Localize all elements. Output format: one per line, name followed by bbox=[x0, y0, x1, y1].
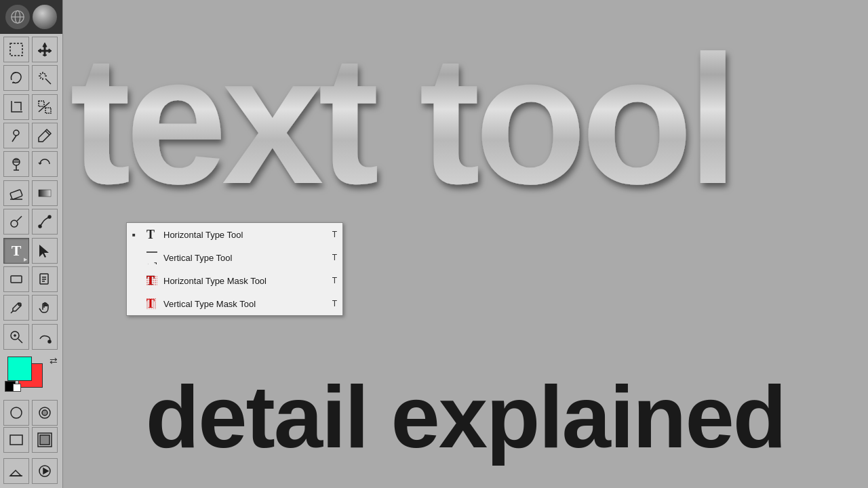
tools-grid: T ▶ bbox=[1, 34, 62, 354]
menu-label-horizontal-mask: Horizontal Type Mask Tool bbox=[163, 276, 327, 286]
canvas-main-title-text: text tool bbox=[70, 18, 733, 210]
svg-rect-27 bbox=[39, 190, 51, 197]
menu-shortcut-vertical-mask: T bbox=[332, 299, 337, 308]
toolbar: T ▶ bbox=[0, 0, 63, 488]
vertical-type-icon: T bbox=[144, 250, 159, 265]
tool-dodge[interactable] bbox=[3, 209, 29, 235]
svg-point-47 bbox=[42, 410, 47, 415]
tool-marquee-rect[interactable] bbox=[3, 37, 29, 62]
svg-point-31 bbox=[39, 225, 41, 228]
globe-icon[interactable] bbox=[5, 5, 30, 29]
tool-pen[interactable] bbox=[32, 209, 58, 235]
tool-clone-stamp[interactable] bbox=[3, 151, 29, 177]
svg-rect-15 bbox=[39, 101, 44, 106]
menu-item-vertical-mask[interactable]: T Vertical Type Mask Tool T bbox=[127, 292, 342, 315]
extra-bottom-tools bbox=[1, 455, 62, 488]
tool-edit-in-standard[interactable] bbox=[3, 458, 29, 484]
svg-point-45 bbox=[11, 407, 22, 418]
context-menu: ■ T Horizontal Type Tool T T Vertical Ty… bbox=[126, 222, 343, 316]
canvas-area: text tool detail explained ■ T Horizonta… bbox=[63, 0, 868, 488]
svg-rect-3 bbox=[10, 43, 22, 56]
svg-line-6 bbox=[45, 79, 51, 84]
tool-path-select[interactable] bbox=[32, 238, 58, 264]
tool-history-brush[interactable] bbox=[32, 151, 58, 177]
svg-line-41 bbox=[18, 339, 22, 343]
svg-line-13 bbox=[40, 77, 41, 79]
menu-shortcut-horizontal-type: T bbox=[332, 230, 337, 239]
menu-check-horizontal: ■ bbox=[132, 232, 144, 238]
tool-type[interactable]: T ▶ bbox=[3, 238, 29, 264]
tool-quick-mask[interactable] bbox=[32, 400, 58, 426]
svg-rect-16 bbox=[45, 108, 51, 113]
tool-gradient[interactable] bbox=[32, 180, 58, 206]
menu-item-horizontal-type[interactable]: ■ T Horizontal Type Tool T bbox=[127, 223, 342, 246]
svg-marker-54 bbox=[43, 468, 48, 474]
toolbar-header bbox=[0, 0, 62, 34]
tool-screen-full[interactable] bbox=[32, 427, 58, 453]
tool-screen-normal[interactable] bbox=[3, 427, 29, 453]
svg-line-11 bbox=[40, 73, 41, 75]
svg-line-12 bbox=[44, 73, 45, 75]
svg-marker-32 bbox=[39, 245, 49, 258]
menu-item-horizontal-mask[interactable]: T T Horizontal Type Mask Tool T bbox=[127, 269, 342, 292]
main-title-svg: text tool bbox=[63, 0, 868, 210]
canvas-subtitle-text: detail explained bbox=[63, 366, 868, 468]
svg-line-38 bbox=[11, 311, 13, 313]
svg-rect-50 bbox=[40, 435, 50, 445]
svg-line-29 bbox=[17, 216, 22, 221]
tool-notes[interactable] bbox=[32, 266, 58, 292]
svg-rect-48 bbox=[10, 435, 22, 445]
horizontal-type-icon: T bbox=[144, 227, 159, 242]
color-swatches: ⇄ bbox=[2, 354, 60, 394]
svg-point-28 bbox=[11, 220, 18, 227]
menu-label-vertical-type: Vertical Type Tool bbox=[163, 253, 327, 263]
tool-move[interactable] bbox=[32, 37, 58, 62]
tool-standard-mode[interactable] bbox=[3, 400, 29, 426]
tool-lasso[interactable] bbox=[3, 65, 29, 91]
menu-item-vertical-type[interactable]: T Vertical Type Tool T bbox=[127, 246, 342, 269]
tool-eraser[interactable] bbox=[3, 180, 29, 206]
tool-zoom[interactable] bbox=[3, 324, 29, 350]
menu-shortcut-vertical-type: T bbox=[332, 253, 337, 262]
tool-shape[interactable] bbox=[3, 266, 29, 292]
svg-rect-33 bbox=[11, 276, 22, 283]
horizontal-type-mask-icon: T T bbox=[144, 273, 159, 288]
tool-extra[interactable] bbox=[32, 324, 58, 350]
swap-colors-icon[interactable]: ⇄ bbox=[50, 355, 58, 366]
tool-brush[interactable] bbox=[32, 123, 58, 148]
swap-arrow-icon bbox=[13, 384, 21, 392]
svg-text:T: T bbox=[145, 262, 159, 264]
tool-slice[interactable] bbox=[32, 94, 58, 120]
tool-magic-wand[interactable] bbox=[32, 65, 58, 91]
sphere-icon[interactable] bbox=[33, 5, 57, 29]
svg-point-30 bbox=[48, 216, 51, 218]
menu-shortcut-horizontal-mask: T bbox=[332, 276, 337, 285]
vertical-type-mask-icon: T bbox=[144, 296, 159, 311]
svg-line-18 bbox=[12, 136, 16, 142]
tool-imageready[interactable] bbox=[32, 458, 58, 484]
svg-marker-51 bbox=[10, 470, 21, 476]
tool-crop[interactable] bbox=[3, 94, 29, 120]
tool-eyedropper[interactable] bbox=[3, 295, 29, 321]
svg-point-44 bbox=[48, 340, 51, 343]
bottom-mode-tools bbox=[1, 397, 62, 455]
tool-hand[interactable] bbox=[32, 295, 58, 321]
svg-rect-25 bbox=[10, 189, 22, 199]
svg-point-17 bbox=[14, 130, 19, 136]
svg-marker-4 bbox=[38, 43, 52, 56]
tool-spot-healing[interactable] bbox=[3, 123, 29, 148]
menu-label-horizontal-type: Horizontal Type Tool bbox=[163, 230, 327, 240]
foreground-color-swatch[interactable] bbox=[7, 357, 32, 381]
svg-text:T: T bbox=[146, 228, 155, 241]
menu-label-vertical-mask: Vertical Type Mask Tool bbox=[163, 299, 327, 309]
